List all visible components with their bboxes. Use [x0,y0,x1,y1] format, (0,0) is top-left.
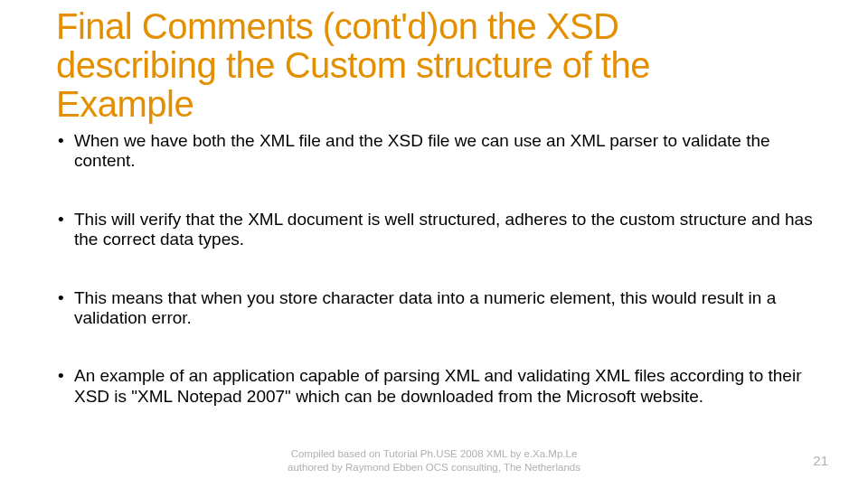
bullet-item: When we have both the XML file and the X… [56,131,816,172]
footer-line-2: authored by Raymond Ebben OCS consulting… [0,461,868,474]
bullet-item: This will verify that the XML document i… [56,210,816,250]
footer-line-1: Compiled based on Tutorial Ph.USE 2008 X… [0,447,868,460]
slide: Final Comments (cont'd)on the XSD descri… [0,0,868,488]
slide-title: Final Comments (cont'd)on the XSD descri… [56,7,743,125]
bullet-item: This means that when you store character… [56,288,816,329]
bullet-list: When we have both the XML file and the X… [56,131,816,407]
footer-credits: Compiled based on Tutorial Ph.USE 2008 X… [0,447,868,474]
slide-body: When we have both the XML file and the X… [56,131,816,445]
bullet-item: An example of an application capable of … [56,366,816,407]
page-number: 21 [813,453,828,468]
